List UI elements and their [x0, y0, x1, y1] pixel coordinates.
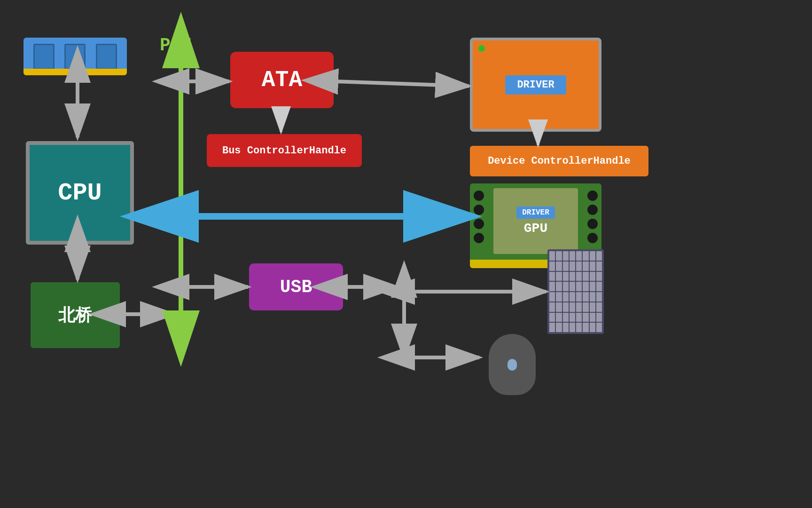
- gpu-label: GPU: [524, 221, 547, 236]
- mouse-block: [489, 334, 536, 395]
- gpu-dot: [587, 190, 598, 201]
- northbridge-block: 北桥: [31, 282, 120, 348]
- cpu-block: CPU: [26, 141, 134, 245]
- device-controller-label: Device ControllerHandle: [488, 155, 631, 167]
- gpu-dot: [474, 219, 484, 229]
- usb-label: USB: [280, 277, 312, 297]
- arrows-overlay: [0, 0, 812, 508]
- driver-monitor-badge: DRIVER: [505, 75, 566, 95]
- gpu-dot: [587, 233, 598, 243]
- gpu-dots-left: [474, 190, 484, 243]
- gpu-inner: DRIVER GPU: [493, 188, 578, 254]
- monitor-power-dot: [478, 45, 485, 52]
- cpu-label: CPU: [58, 179, 102, 207]
- diagram-container: CPU 北桥 PCI ATA Bus ControllerHandle USB …: [0, 0, 812, 508]
- ram-block: [23, 38, 127, 75]
- bus-controller-label: Bus ControllerHandle: [222, 145, 346, 157]
- ata-monitor-arrow: [335, 81, 469, 86]
- pci-label: PCI: [160, 35, 192, 56]
- monitor-block: DRIVER: [470, 38, 601, 132]
- ata-block: ATA: [230, 52, 334, 108]
- gpu-dot: [587, 219, 598, 229]
- gpu-dot: [587, 205, 598, 215]
- ram-slot-2: [64, 44, 86, 70]
- usb-block: USB: [249, 263, 343, 310]
- gpu-dot: [474, 205, 484, 215]
- gpu-dots-right: [587, 190, 598, 243]
- ata-label: ATA: [262, 67, 302, 93]
- northbridge-label: 北桥: [58, 304, 92, 327]
- driver-gpu-badge: DRIVER: [516, 206, 555, 219]
- ram-bar: [23, 69, 127, 75]
- keyboard-block: [547, 249, 604, 334]
- ram-slot-1: [33, 44, 55, 70]
- ram-slot-3: [96, 44, 117, 70]
- mouse-scroll: [508, 359, 517, 371]
- gpu-dot: [474, 190, 484, 201]
- gpu-dot: [474, 233, 484, 243]
- device-controller-block: Device ControllerHandle: [470, 146, 648, 176]
- bus-controller-block: Bus ControllerHandle: [207, 134, 362, 167]
- monitor-screen: DRIVER: [473, 40, 599, 129]
